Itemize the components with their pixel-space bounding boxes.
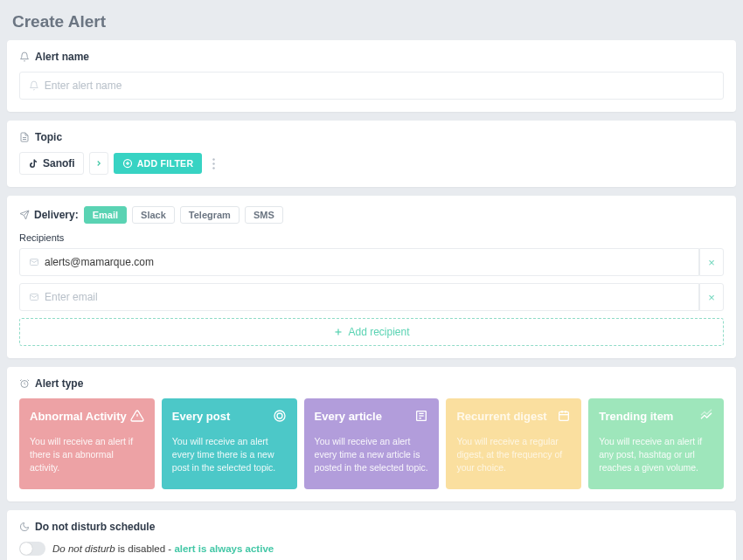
alert-type-title: Every article: [315, 410, 382, 423]
plus-icon: [333, 327, 344, 337]
svg-point-18: [277, 413, 282, 418]
recipient-input-filled[interactable]: alerts@mamarque.com: [19, 248, 699, 276]
alert-type-desc: You will receive a regular digest, at th…: [456, 435, 571, 475]
delivery-label: Delivery:: [19, 209, 79, 221]
topic-chip-text: Sanofi: [43, 157, 75, 169]
dnd-status-text: Do not disturb is disabled - alert is al…: [52, 543, 274, 554]
dnd-prefix: Do not disturb: [52, 543, 115, 554]
alert-name-label: Alert name: [19, 51, 724, 63]
alert-type-card: Alert type Abnormal Activity You will re…: [7, 367, 736, 501]
newspaper-icon: [414, 409, 428, 423]
svg-point-7: [212, 167, 214, 169]
dnd-active: alert is always active: [174, 543, 274, 554]
alert-type-desc: You will receive an alert if any post, h…: [599, 435, 713, 475]
recipient-value: alerts@mamarque.com: [45, 256, 154, 268]
alert-icon: [19, 378, 30, 389]
svg-point-6: [212, 162, 214, 164]
alert-type-desc: You will receive an alert if there is an…: [30, 435, 144, 475]
more-vertical-icon: [212, 158, 215, 169]
remove-recipient-button[interactable]: ×: [699, 248, 724, 276]
alert-type-title: Every post: [172, 410, 230, 423]
chevron-right-icon: [94, 159, 103, 168]
alert-name-field[interactable]: [45, 80, 714, 92]
delivery-label-text: Delivery:: [34, 209, 79, 221]
alert-type-recurrent[interactable]: Recurrent digest You will receive a regu…: [446, 398, 581, 489]
delivery-tab-email[interactable]: Email: [84, 206, 127, 224]
add-recipient-button[interactable]: Add recipient: [19, 318, 724, 346]
mail-icon: [29, 257, 39, 267]
recipient-row: Enter email ×: [19, 283, 724, 311]
alert-name-card: Alert name: [7, 40, 736, 112]
delivery-tab-sms[interactable]: SMS: [245, 206, 283, 224]
target-icon: [273, 409, 287, 423]
delivery-tab-telegram[interactable]: Telegram: [180, 206, 240, 224]
moon-icon: [19, 522, 30, 532]
plus-circle-icon: [122, 158, 133, 169]
document-icon: [19, 132, 30, 142]
svg-rect-23: [559, 411, 569, 420]
recipient-placeholder: Enter email: [45, 291, 98, 303]
remove-recipient-button[interactable]: ×: [699, 283, 724, 311]
mail-icon: [29, 292, 39, 302]
dnd-label-text: Do not disturb schedule: [35, 521, 155, 533]
dnd-mid: is disabled -: [115, 543, 175, 554]
alert-name-label-text: Alert name: [35, 51, 89, 63]
recipients-label: Recipients: [19, 232, 724, 243]
calendar-icon: [557, 409, 571, 423]
alert-type-title: Recurrent digest: [456, 410, 546, 423]
send-icon: [19, 210, 30, 220]
dnd-toggle[interactable]: [19, 542, 45, 556]
page-title: Create Alert: [0, 0, 743, 40]
alert-type-every-article[interactable]: Every article You will receive an alert …: [304, 398, 440, 489]
add-filter-label: ADD FILTER: [137, 158, 194, 169]
alert-type-every-post[interactable]: Every post You will receive an alert eve…: [162, 398, 297, 489]
warning-icon: [130, 409, 144, 423]
bell-icon: [29, 80, 39, 91]
topic-label-text: Topic: [35, 131, 62, 143]
add-filter-button[interactable]: ADD FILTER: [114, 153, 203, 174]
alert-type-title: Trending item: [599, 410, 673, 423]
bell-icon: [19, 52, 30, 62]
alert-type-abnormal[interactable]: Abnormal Activity You will receive an al…: [19, 398, 155, 489]
alert-type-desc: You will receive an alert every time the…: [172, 435, 287, 475]
close-icon: ×: [708, 291, 715, 304]
topic-label: Topic: [19, 131, 724, 143]
recipient-input-empty[interactable]: Enter email: [19, 283, 699, 311]
more-button[interactable]: [207, 154, 219, 173]
alert-type-trending[interactable]: Trending item You will receive an alert …: [588, 398, 724, 489]
alert-name-input[interactable]: [19, 72, 724, 100]
close-icon: ×: [708, 256, 715, 269]
svg-point-5: [212, 158, 214, 160]
add-recipient-label: Add recipient: [348, 326, 409, 338]
chevron-right-button[interactable]: [89, 152, 108, 175]
alert-type-label-text: Alert type: [35, 377, 83, 390]
topic-card: Topic Sanofi ADD FILTER: [7, 121, 736, 187]
recipient-row: alerts@mamarque.com ×: [19, 248, 724, 276]
dnd-card: Do not disturb schedule Do not disturb i…: [7, 510, 736, 560]
svg-point-17: [274, 411, 285, 421]
topic-chip[interactable]: Sanofi: [19, 152, 84, 175]
alert-type-title: Abnormal Activity: [30, 410, 127, 423]
alert-type-label: Alert type: [19, 377, 724, 390]
trend-icon: [699, 409, 713, 423]
delivery-tab-slack[interactable]: Slack: [132, 206, 175, 224]
alert-type-desc: You will receive an alert every time a n…: [315, 435, 429, 475]
delivery-card: Delivery: Email Slack Telegram SMS Recip…: [7, 196, 736, 358]
dnd-label: Do not disturb schedule: [19, 521, 724, 533]
tiktok-icon: [28, 158, 38, 169]
